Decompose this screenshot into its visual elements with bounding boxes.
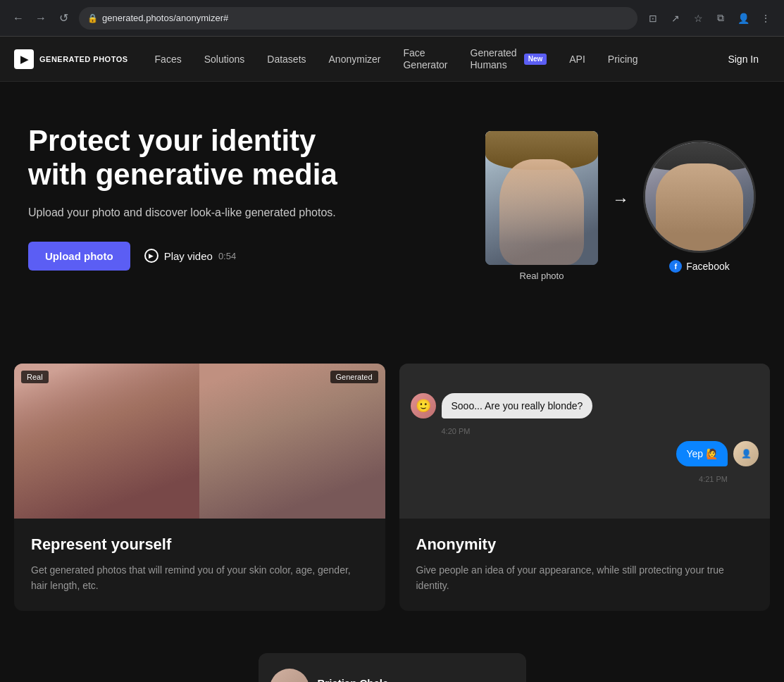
refresh-button[interactable]: ↺ xyxy=(54,8,73,28)
signin-button[interactable]: Sign In xyxy=(716,48,770,70)
real-face-half: Real xyxy=(14,364,199,519)
browser-chrome: ← → ↺ 🔒 generated.photos/anonymizer# ⊡ ↗… xyxy=(0,0,784,37)
represent-card: Real Generated Represent yourself Get ge… xyxy=(14,364,385,611)
facebook-text: Facebook xyxy=(686,261,729,272)
real-photo-label: Real photo xyxy=(485,271,598,281)
anonymity-content: Anonymity Give people an idea of your ap… xyxy=(399,519,771,611)
extensions-button[interactable]: ⧉ xyxy=(711,8,730,28)
nav-face-generator[interactable]: Face Generator xyxy=(393,42,457,77)
cast-button[interactable]: ⊡ xyxy=(643,8,663,28)
hero-subtitle: Upload your photo and discover look-a-li… xyxy=(28,206,380,219)
nav-items: Faces Solutions Datasets Anonymizer Face… xyxy=(145,42,717,77)
share-button[interactable]: ↗ xyxy=(666,8,685,28)
profile-info: Brietian Chele @bahala 3h xyxy=(318,677,389,682)
chat-row-received: 🙂 Sooo... Are you really blonde? xyxy=(411,393,759,418)
chat-area: 🙂 Sooo... Are you really blonde? 4:20 PM… xyxy=(411,393,759,489)
main-nav: ▶ GENERATED PHOTOS Faces Solutions Datas… xyxy=(0,37,784,82)
forward-button[interactable]: → xyxy=(31,8,51,28)
nav-api[interactable]: API xyxy=(559,48,595,70)
real-badge: Real xyxy=(21,371,49,383)
profile-button[interactable]: 👤 xyxy=(733,8,753,28)
represent-title: Represent yourself xyxy=(31,535,368,554)
hero-left: Protect your identity with generative me… xyxy=(28,124,380,271)
hero-right: Real photo → f Facebook xyxy=(485,131,756,281)
real-photo-container: Real photo xyxy=(485,131,598,281)
nav-pricing[interactable]: Pricing xyxy=(598,48,648,70)
chat-time-2: 4:21 PM xyxy=(411,475,759,483)
nav-buttons: ← → ↺ xyxy=(8,8,73,28)
anonymity-title: Anonymity xyxy=(416,535,754,554)
anonymity-card: 🙂 Sooo... Are you really blonde? 4:20 PM… xyxy=(399,364,771,611)
generated-badge: Generated xyxy=(330,371,378,383)
profile-avatar xyxy=(270,669,309,682)
logo[interactable]: ▶ GENERATED PHOTOS xyxy=(14,49,128,69)
new-badge: New xyxy=(524,54,547,65)
lock-icon: 🔒 xyxy=(87,13,98,23)
represent-desc: Get generated photos that will remind yo… xyxy=(31,562,368,594)
logo-box: ▶ xyxy=(14,49,34,69)
logo-text: GENERATED PHOTOS xyxy=(39,55,128,63)
sent-bubble: Yep 🙋 xyxy=(676,441,728,466)
nav-solutions[interactable]: Solutions xyxy=(194,48,255,70)
real-photo xyxy=(485,131,598,265)
profile-name: Brietian Chele xyxy=(318,677,389,682)
generated-face-half: Generated xyxy=(199,364,385,519)
bottom-section: Brietian Chele @bahala 3h xyxy=(0,639,784,682)
chat-container: 🙂 Sooo... Are you really blonde? 4:20 PM… xyxy=(399,364,771,519)
play-icon: ▶ xyxy=(144,249,158,263)
nav-faces[interactable]: Faces xyxy=(145,48,192,70)
url-text: generated.photos/anonymizer# xyxy=(102,13,228,23)
hero-section: Protect your identity with generative me… xyxy=(0,82,784,349)
nav-generated-humans[interactable]: Generated Humans New xyxy=(461,42,557,77)
play-label: Play video xyxy=(164,250,213,262)
anonymity-desc: Give people an idea of your appearance, … xyxy=(416,562,754,594)
represent-image: Real Generated xyxy=(14,364,385,519)
hero-actions: Upload photo ▶ Play video 0:54 xyxy=(28,242,380,271)
address-bar[interactable]: 🔒 generated.photos/anonymizer# xyxy=(79,7,637,30)
play-video-button[interactable]: ▶ Play video 0:54 xyxy=(144,249,237,263)
features-section: Real Generated Represent yourself Get ge… xyxy=(0,349,784,639)
anonymity-image: 🙂 Sooo... Are you really blonde? 4:20 PM… xyxy=(399,364,771,519)
sender-avatar: 🙂 xyxy=(411,393,436,418)
menu-button[interactable]: ⋮ xyxy=(756,8,776,28)
nav-datasets[interactable]: Datasets xyxy=(257,48,316,70)
logo-icon: ▶ xyxy=(20,54,28,65)
arrow-divider: → xyxy=(612,190,629,209)
back-button[interactable]: ← xyxy=(8,8,28,28)
represent-content: Represent yourself Get generated photos … xyxy=(14,519,385,611)
video-duration: 0:54 xyxy=(218,251,236,261)
facebook-label: f Facebook xyxy=(643,260,756,273)
bookmark-button[interactable]: ☆ xyxy=(688,8,708,28)
generated-photo xyxy=(643,140,756,253)
chat-row-sent: 👤 Yep 🙋 xyxy=(411,441,759,466)
profile-preview: Brietian Chele @bahala 3h xyxy=(259,653,526,682)
browser-actions: ⊡ ↗ ☆ ⧉ 👤 ⋮ xyxy=(643,8,776,28)
hero-title: Protect your identity with generative me… xyxy=(28,124,380,192)
received-bubble: Sooo... Are you really blonde? xyxy=(442,393,593,418)
facebook-icon: f xyxy=(669,260,682,273)
generated-photo-container: f Facebook xyxy=(643,140,756,273)
upload-photo-button[interactable]: Upload photo xyxy=(28,242,130,271)
nav-anonymizer[interactable]: Anonymizer xyxy=(319,48,391,70)
reply-avatar: 👤 xyxy=(733,441,759,466)
chat-time-1: 4:20 PM xyxy=(411,427,759,435)
